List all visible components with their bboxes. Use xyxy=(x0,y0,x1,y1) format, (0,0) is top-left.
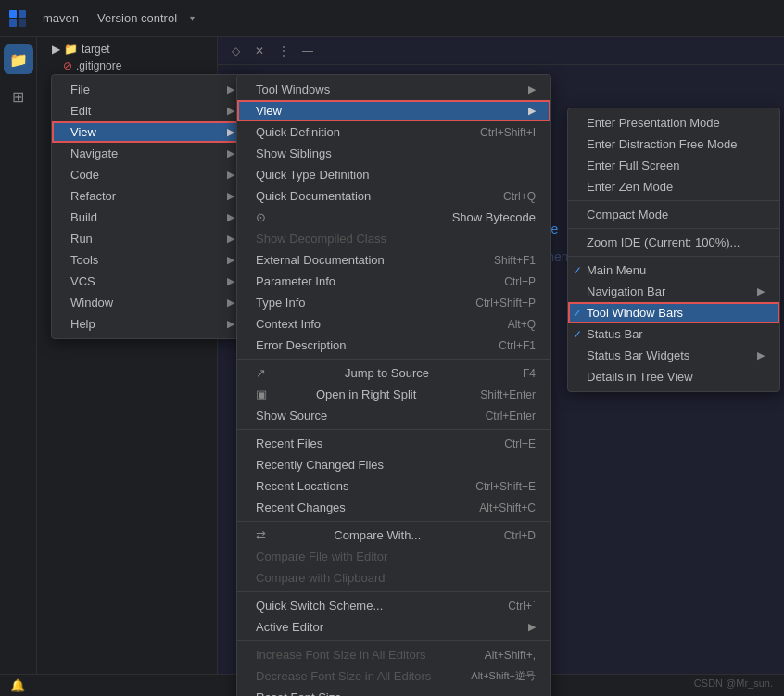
appearance-tool-window-bars[interactable]: ✓ Tool Window Bars xyxy=(568,302,779,323)
view-show-source[interactable]: Show Source Ctrl+Enter xyxy=(237,405,550,426)
toolbar-row: ◇ ✕ ⋮ — xyxy=(218,37,784,65)
view-type-info[interactable]: Type Info Ctrl+Shift+P xyxy=(237,292,550,313)
vcs-arrow: ▶ xyxy=(227,275,234,287)
svg-rect-3 xyxy=(19,19,26,27)
appearance-details-tree[interactable]: Details in Tree View xyxy=(568,366,779,387)
appearance-sep-2 xyxy=(568,228,779,229)
separator-5 xyxy=(237,640,550,641)
appearance-arrow: ▶ xyxy=(528,105,536,117)
menu-file[interactable]: File ▶ xyxy=(52,79,249,100)
vcs-menu[interactable]: Version control xyxy=(90,7,184,29)
appearance-status-bar[interactable]: ✓ Status Bar xyxy=(568,323,779,345)
edit-arrow: ▶ xyxy=(227,105,234,117)
view-error-desc[interactable]: Error Description Ctrl+F1 xyxy=(237,335,550,356)
menu-code[interactable]: Code ▶ xyxy=(52,164,249,185)
appearance-main-menu[interactable]: ✓ Main Menu xyxy=(568,259,779,281)
file-arrow: ▶ xyxy=(227,83,234,95)
tool-window-bars-check: ✓ xyxy=(573,307,582,320)
compare-icon: ⇄ xyxy=(256,528,266,542)
toolbar-minimize-icon[interactable]: — xyxy=(297,41,318,61)
view-recent-locations[interactable]: Recent Locations Ctrl+Shift+E xyxy=(237,475,550,497)
view-quick-doc[interactable]: Quick Documentation Ctrl+Q xyxy=(237,185,550,207)
toolbar-close-icon[interactable]: ✕ xyxy=(249,41,270,61)
view-tool-windows[interactable]: Tool Windows ▶ xyxy=(237,79,550,100)
view-show-decompiled: Show Decompiled Class xyxy=(237,228,550,249)
view-compare-editor: Compare File with Editor xyxy=(237,546,550,567)
view-active-editor[interactable]: Active Editor ▶ xyxy=(237,616,550,638)
appearance-status-bar-widgets[interactable]: Status Bar Widgets ▶ xyxy=(568,345,779,366)
view-context-info[interactable]: Context Info Alt+Q xyxy=(237,313,550,335)
menu-navigate[interactable]: Navigate ▶ xyxy=(52,143,249,164)
toolbar-more-icon[interactable]: ⋮ xyxy=(273,41,294,61)
view-param-info[interactable]: Parameter Info Ctrl+P xyxy=(237,271,550,292)
view-increase-font: Increase Font Size in All Editors Alt+Sh… xyxy=(237,644,550,665)
appearance-zoom-ide[interactable]: Zoom IDE (Current: 100%)... xyxy=(568,232,779,253)
title-bar: maven Version control ▾ xyxy=(0,0,784,37)
separator-3 xyxy=(237,521,550,522)
tools-arrow: ▶ xyxy=(227,254,234,266)
status-bar-widgets-arrow: ▶ xyxy=(757,349,765,361)
separator-1 xyxy=(237,359,550,360)
project-name[interactable]: maven xyxy=(35,7,86,29)
code-arrow: ▶ xyxy=(227,169,234,181)
toolbar-diamond-icon[interactable]: ◇ xyxy=(225,41,246,61)
appearance-navigation-bar[interactable]: Navigation Bar ▶ xyxy=(568,281,779,302)
view-recent-files[interactable]: Recent Files Ctrl+E xyxy=(237,433,550,454)
menu-help[interactable]: Help ▶ xyxy=(52,313,249,335)
split-icon: ▣ xyxy=(256,387,267,401)
appearance-distraction-free[interactable]: Enter Distraction Free Mode xyxy=(568,133,779,155)
menu-edit[interactable]: Edit ▶ xyxy=(52,100,249,121)
tool-windows-arrow: ▶ xyxy=(528,83,536,95)
menu-vcs[interactable]: VCS ▶ xyxy=(52,271,249,292)
menu-view[interactable]: View ▶ xyxy=(52,121,249,143)
separator-2 xyxy=(237,429,550,430)
main-menu-check: ✓ xyxy=(573,264,582,277)
notification-icon[interactable]: 🔔 xyxy=(7,676,28,696)
folder-sidebar-icon[interactable]: 📁 xyxy=(4,44,33,74)
appearance-zen-mode[interactable]: Enter Zen Mode xyxy=(568,176,779,197)
window-arrow: ▶ xyxy=(227,297,234,309)
view-show-bytecode[interactable]: ⊙ Show Bytecode xyxy=(237,207,550,228)
left-sidebar: 📁 ⊞ ⋯ xyxy=(0,37,37,696)
grid-sidebar-icon[interactable]: ⊞ xyxy=(4,82,33,111)
folder-icon: 📁 xyxy=(64,43,78,56)
view-jump-to-source[interactable]: ↗ Jump to Source F4 xyxy=(237,362,550,384)
view-appearance[interactable]: View ▶ xyxy=(237,100,550,121)
view-compare-with[interactable]: ⇄ Compare With... Ctrl+D xyxy=(237,525,550,546)
appearance-submenu: Enter Presentation Mode Enter Distractio… xyxy=(567,108,780,392)
menu-tools[interactable]: Tools ▶ xyxy=(52,249,249,271)
view-recent-changes[interactable]: Recent Changes Alt+Shift+C xyxy=(237,497,550,518)
appearance-full-screen[interactable]: Enter Full Screen xyxy=(568,155,779,176)
view-external-doc[interactable]: External Documentation Shift+F1 xyxy=(237,249,550,271)
run-arrow: ▶ xyxy=(227,233,234,245)
menu-refactor[interactable]: Refactor ▶ xyxy=(52,185,249,207)
view-reset-font[interactable]: Reset Font Size xyxy=(237,687,550,696)
menu-build[interactable]: Build ▶ xyxy=(52,207,249,228)
bytecode-icon: ⊙ xyxy=(256,210,266,224)
view-open-right-split[interactable]: ▣ Open in Right Split Shift+Enter xyxy=(237,384,550,405)
vcs-chevron: ▾ xyxy=(190,13,195,23)
menu-run[interactable]: Run ▶ xyxy=(52,228,249,249)
separator-4 xyxy=(237,591,550,592)
tree-item-target[interactable]: ▶ 📁 target xyxy=(37,41,217,57)
refactor-arrow: ▶ xyxy=(227,190,234,202)
status-bar-check: ✓ xyxy=(573,328,582,341)
menu-window[interactable]: Window ▶ xyxy=(52,292,249,313)
view-decrease-font: Decrease Font Size in All Editors Alt+Sh… xyxy=(237,665,550,687)
help-arrow: ▶ xyxy=(227,318,234,330)
svg-rect-2 xyxy=(9,19,17,27)
view-quick-def[interactable]: Quick Definition Ctrl+Shift+I xyxy=(237,121,550,143)
view-recently-changed[interactable]: Recently Changed Files xyxy=(237,454,550,475)
tree-item-gitignore[interactable]: ⊘ .gitignore xyxy=(37,57,217,74)
title-bar-menu: maven Version control ▾ xyxy=(35,7,195,29)
view-quick-type-def[interactable]: Quick Type Definition xyxy=(237,164,550,185)
appearance-presentation-mode[interactable]: Enter Presentation Mode xyxy=(568,112,779,133)
view-quick-switch[interactable]: Quick Switch Scheme... Ctrl+` xyxy=(237,595,550,616)
navigate-arrow: ▶ xyxy=(227,147,234,159)
watermark: CSDN @Mr_sun. xyxy=(694,677,773,689)
view-show-siblings[interactable]: Show Siblings xyxy=(237,143,550,164)
view-compare-clipboard: Compare with Clipboard xyxy=(237,567,550,588)
svg-rect-1 xyxy=(19,10,26,18)
view-menu-dropdown: File ▶ Edit ▶ View ▶ Navigate ▶ Code ▶ R… xyxy=(51,74,250,339)
appearance-compact-mode[interactable]: Compact Mode xyxy=(568,204,779,225)
